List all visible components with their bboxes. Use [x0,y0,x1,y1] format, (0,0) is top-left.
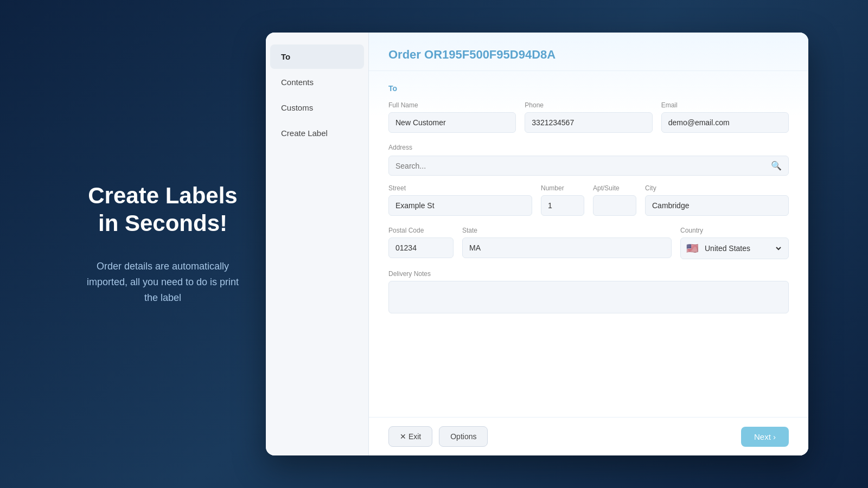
full-name-group: Full Name [388,101,516,133]
country-group: Country 🇺🇸 United States Canada United K… [680,227,789,259]
city-label: City [645,184,789,192]
address-search-input[interactable] [395,162,771,170]
full-name-input[interactable] [388,112,516,133]
country-label: Country [680,227,789,234]
street-input[interactable] [388,195,532,216]
state-group: State [462,227,672,259]
number-input[interactable] [541,195,584,216]
section-to-label: To [388,84,789,93]
delivery-notes-input[interactable] [388,281,789,313]
subtext: Order details are automatically imported… [81,259,244,305]
sidebar-item-to[interactable]: To [270,44,364,69]
number-group: Number [541,184,584,216]
phone-group: Phone [525,101,652,133]
options-button[interactable]: Options [439,426,488,447]
country-select[interactable]: United States Canada United Kingdom [703,243,783,253]
delivery-notes-group: Delivery Notes [388,270,789,313]
email-label: Email [661,101,789,109]
postal-code-group: Postal Code [388,227,454,259]
street-group: Street [388,184,532,216]
postal-code-input[interactable] [388,237,454,258]
email-group: Email [661,101,789,133]
address-label: Address [388,144,789,151]
state-input[interactable] [462,237,672,258]
address-section: Address 🔍 [388,144,789,176]
form-area: To Full Name Phone Email Address [369,71,808,417]
order-title: Order OR195F500F95D94D8A [388,48,789,62]
footer-left: ✕ Exit Options [388,426,488,447]
email-input[interactable] [661,112,789,133]
apt-suite-label: Apt/Suite [593,184,636,192]
main-content: Order OR195F500F95D94D8A To Full Name Ph… [369,33,808,455]
sidebar-item-create-label[interactable]: Create Label [270,121,364,145]
modal: To Contents Customs Create Label Order O… [266,33,808,455]
country-flag: 🇺🇸 [686,242,698,254]
street-label: Street [388,184,532,192]
sidebar-item-customs[interactable]: Customs [270,95,364,120]
phone-label: Phone [525,101,652,109]
city-group: City [645,184,789,216]
footer-buttons: ✕ Exit Options Next › [369,417,808,455]
full-name-label: Full Name [388,101,516,109]
left-panel: Create Labels in Seconds! Order details … [60,160,266,327]
delivery-notes-label: Delivery Notes [388,270,789,278]
address-search-wrapper: 🔍 [388,156,789,176]
row-name-phone-email: Full Name Phone Email [388,101,789,133]
apt-suite-input[interactable] [593,195,636,216]
state-label: State [462,227,672,234]
row-postal-state-country: Postal Code State Country 🇺🇸 United Stat… [388,227,789,259]
number-label: Number [541,184,584,192]
row-street-number-apt-city: Street Number Apt/Suite City [388,184,789,216]
city-input[interactable] [645,195,789,216]
postal-code-label: Postal Code [388,227,454,234]
sidebar: To Contents Customs Create Label [266,33,369,455]
country-select-wrapper: 🇺🇸 United States Canada United Kingdom [680,237,789,259]
search-icon: 🔍 [771,160,782,171]
apt-suite-group: Apt/Suite [593,184,636,216]
exit-button[interactable]: ✕ Exit [388,426,432,447]
main-header: Order OR195F500F95D94D8A [369,33,808,71]
next-button[interactable]: Next › [741,427,789,447]
sidebar-item-contents[interactable]: Contents [270,70,364,94]
phone-input[interactable] [525,112,652,133]
headline: Create Labels in Seconds! [81,182,244,237]
